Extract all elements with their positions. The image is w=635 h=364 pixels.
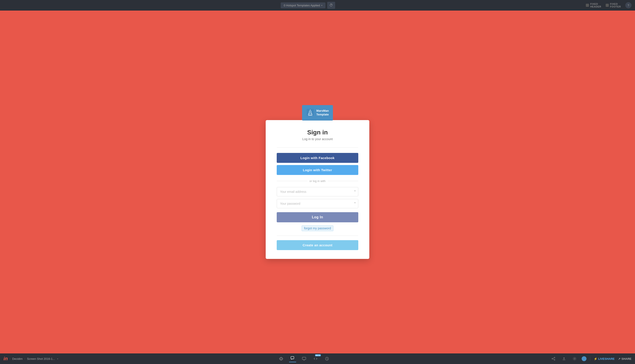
- vertical-separator: [590, 356, 590, 361]
- password-input[interactable]: [277, 199, 358, 208]
- liveshare-button[interactable]: ⚡ LIVESHARE: [594, 357, 614, 360]
- hotspot-label: 0 Hotspot Templates Applied: [284, 4, 320, 7]
- timer-button[interactable]: ⏱: [327, 2, 335, 9]
- top-divider: [277, 148, 358, 148]
- canvas-area: MarsMan Template Sign in Log in to your …: [0, 10, 635, 354]
- rocket-icon: [306, 108, 314, 117]
- comment-button[interactable]: [289, 355, 296, 362]
- code-button[interactable]: BETA: [312, 355, 319, 362]
- dropdown-arrow-icon: ▾: [321, 4, 322, 6]
- fixed-footer-checkbox[interactable]: [606, 4, 609, 7]
- breadcrumb-decidim[interactable]: Decidim: [12, 357, 23, 360]
- invision-logo: in: [4, 356, 8, 362]
- breadcrumb-arrow-2: ›: [25, 357, 25, 360]
- screens-button[interactable]: [301, 355, 308, 362]
- upload-button[interactable]: [560, 355, 567, 362]
- or-text: or log in with: [310, 179, 326, 183]
- fixed-footer-label[interactable]: FIXED FOOTER: [606, 3, 621, 8]
- top-bar-right: FIXED HEADER FIXED FOOTER ?: [586, 2, 631, 8]
- bottom-left: in › Decidim › Screen Shot 2016-1... ▾: [4, 356, 58, 362]
- share-arrow-icon: ↗: [618, 357, 620, 360]
- svg-line-13: [553, 358, 554, 358]
- create-account-button[interactable]: Create an account: [277, 240, 358, 250]
- history-button[interactable]: [323, 355, 331, 362]
- bottom-divider: [277, 236, 358, 236]
- breadcrumb-screenshot[interactable]: Screen Shot 2016-1...: [27, 357, 55, 360]
- preview-button[interactable]: [278, 355, 285, 362]
- breadcrumb-dropdown-icon[interactable]: ▾: [57, 358, 58, 360]
- settings-button[interactable]: [571, 355, 578, 362]
- svg-point-15: [574, 358, 575, 359]
- facebook-login-button[interactable]: Login with Facebook: [277, 153, 358, 163]
- svg-rect-5: [291, 356, 294, 359]
- top-toolbar: 0 Hotspot Templates Applied ▾ ⏱ FIXED HE…: [0, 0, 635, 10]
- svg-point-12: [552, 358, 553, 359]
- hotspot-templates-button[interactable]: 0 Hotspot Templates Applied ▾: [281, 2, 326, 8]
- svg-point-4: [280, 358, 282, 360]
- user-avatar[interactable]: [582, 356, 586, 361]
- brand-logo-box: MarsMan Template: [302, 105, 333, 120]
- svg-point-11: [554, 359, 555, 360]
- signin-card: Sign in Log in to your account Login wit…: [266, 120, 369, 259]
- svg-rect-6: [302, 357, 306, 360]
- fixed-header-label[interactable]: FIXED HEADER: [586, 3, 601, 8]
- email-required-indicator: *: [354, 190, 356, 194]
- breadcrumb-arrow-1: ›: [10, 357, 11, 360]
- svg-line-14: [553, 359, 554, 360]
- twitter-login-button[interactable]: Login with Twitter: [277, 165, 358, 175]
- liveshare-lightning-icon: ⚡: [594, 357, 597, 360]
- beta-badge: BETA: [315, 354, 321, 356]
- share-network-button[interactable]: [550, 355, 557, 362]
- or-separator: or log in with: [277, 179, 358, 183]
- bottom-center-icons: BETA: [278, 355, 331, 362]
- svg-point-10: [554, 357, 555, 358]
- fixed-header-checkbox[interactable]: [586, 4, 589, 7]
- signin-title: Sign in: [277, 129, 358, 136]
- login-button[interactable]: Log In: [277, 212, 358, 222]
- password-input-wrapper: *: [277, 199, 358, 208]
- forgot-password-link[interactable]: forgot my password: [302, 226, 333, 231]
- help-button[interactable]: ?: [625, 2, 631, 8]
- signin-subtitle: Log in to your account: [277, 137, 358, 141]
- share-button[interactable]: ↗ SHARE: [618, 357, 631, 360]
- timer-icon: ⏱: [329, 3, 333, 7]
- bottom-right: ⚡ LIVESHARE ↗ SHARE: [550, 355, 631, 362]
- email-input[interactable]: [277, 187, 358, 196]
- password-required-indicator: *: [354, 202, 356, 206]
- brand-name: MarsMan Template: [316, 109, 329, 116]
- email-input-wrapper: *: [277, 187, 358, 196]
- bottom-toolbar: in › Decidim › Screen Shot 2016-1... ▾ B…: [0, 354, 635, 364]
- top-bar-center: 0 Hotspot Templates Applied ▾ ⏱: [281, 2, 335, 9]
